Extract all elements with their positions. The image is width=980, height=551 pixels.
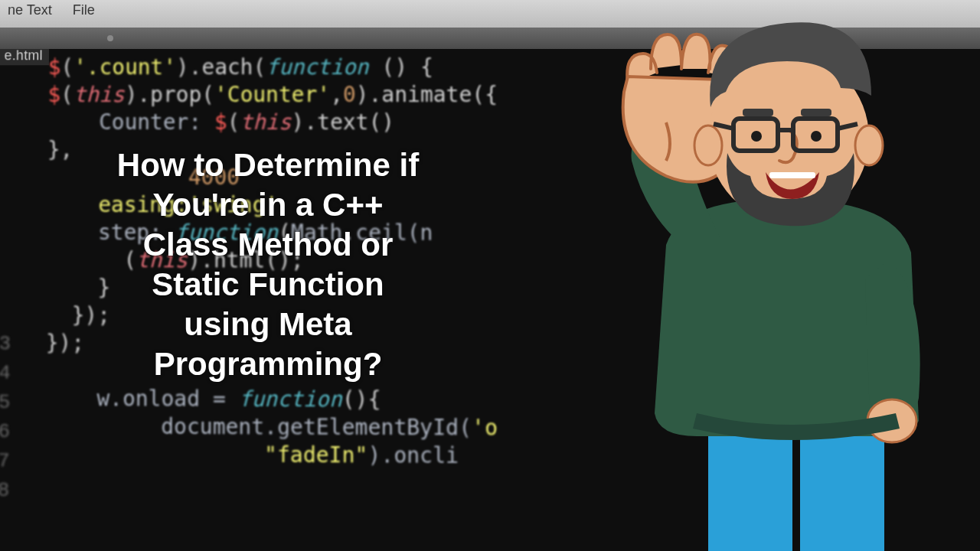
editor-tab-label: e.html — [4, 47, 42, 63]
code-token: ).text() — [292, 109, 395, 135]
code-token: , — [330, 82, 343, 107]
code-token: ).each( — [176, 54, 266, 80]
menu-item-text: ne Text — [8, 2, 52, 18]
code-token: $ — [48, 54, 61, 80]
code-token: ( — [227, 109, 240, 135]
eyebrow-icon — [801, 109, 831, 116]
title-line: Programming? — [84, 344, 452, 384]
cartoon-presenter — [536, 15, 934, 551]
eye-icon — [811, 131, 822, 142]
code-token: }); — [46, 330, 85, 355]
toolbar-dot-icon — [107, 35, 113, 41]
line-number: 4 — [0, 358, 11, 387]
line-number: 86 — [0, 417, 10, 446]
title-line: using Meta — [84, 305, 452, 344]
code-token: function — [239, 386, 342, 412]
code-token: (){ — [342, 386, 381, 412]
code-token: () { — [369, 54, 433, 80]
title-line: You're in a C++ — [84, 185, 452, 225]
code-token: ).animate({ — [356, 82, 498, 107]
code-token: 0 — [343, 82, 356, 107]
menu-item-file: File — [73, 2, 95, 18]
line-number: 3 — [0, 329, 11, 358]
line-number-gutter: 3 4 5 86 87 88 — [0, 329, 11, 505]
svg-point-5 — [855, 126, 883, 165]
code-token: $ — [214, 109, 227, 135]
line-number: 5 — [0, 388, 10, 417]
code-token: function — [266, 54, 368, 80]
eye-icon — [751, 131, 762, 142]
code-token: w.onload = — [45, 386, 239, 412]
title-line: How to Determine if — [84, 145, 452, 185]
code-token: ).oncli — [368, 442, 459, 468]
title-line: Static Function — [84, 265, 452, 305]
title-line: Class Method or — [84, 225, 452, 265]
code-token: ).prop( — [125, 82, 214, 107]
code-token: Counter: — [47, 109, 214, 135]
menu-bar: ne Text File — [8, 2, 112, 18]
code-token: document.getElementById( — [45, 413, 472, 440]
eyebrow-icon — [743, 109, 773, 116]
code-token: 'o — [472, 415, 498, 441]
thumbnail-stage: ne Text File e.html 3 4 5 86 87 88 $('.c… — [0, 0, 980, 551]
code-token: this — [240, 109, 291, 135]
code-token: "fadeIn" — [44, 441, 368, 468]
code-token: '.count' — [74, 54, 176, 80]
editor-tab: e.html — [0, 46, 49, 65]
code-token: $ — [47, 82, 60, 107]
svg-point-4 — [694, 126, 722, 165]
code-token: this — [74, 82, 125, 107]
presenter-svg — [536, 15, 934, 551]
code-token: 'Counter' — [214, 82, 330, 107]
code-token: ( — [60, 54, 74, 80]
code-token: ( — [60, 82, 74, 107]
svg-rect-6 — [769, 172, 815, 178]
overlay-title: How to Determine if You're in a C++ Clas… — [84, 145, 452, 384]
line-number: 88 — [0, 476, 9, 506]
line-number: 87 — [0, 446, 10, 476]
code-token: }, — [47, 137, 74, 162]
